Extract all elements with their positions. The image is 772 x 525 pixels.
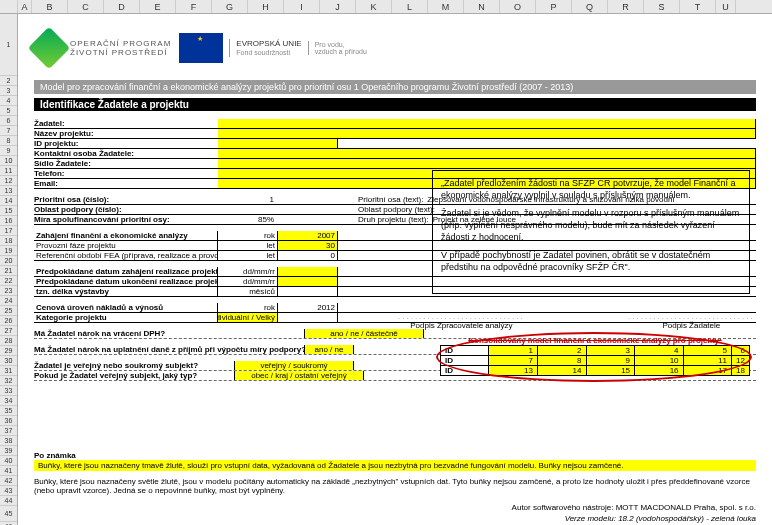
row-24[interactable]: 24 xyxy=(0,296,17,306)
input-narok-dph[interactable]: ano / ne / částečně xyxy=(304,329,424,338)
col-L[interactable]: L xyxy=(392,0,428,13)
row-15[interactable]: 15 xyxy=(0,206,17,216)
row-23[interactable]: 23 xyxy=(0,286,17,296)
col-K[interactable]: K xyxy=(356,0,392,13)
row-41[interactable]: 41 xyxy=(0,466,17,476)
col-N[interactable]: N xyxy=(464,0,500,13)
row-5[interactable]: 5 xyxy=(0,106,17,116)
row-39[interactable]: 39 xyxy=(0,446,17,456)
col-R[interactable]: R xyxy=(608,0,644,13)
input-kontakt[interactable] xyxy=(218,149,756,158)
row-11[interactable]: 11 xyxy=(0,166,17,176)
input-idproj[interactable] xyxy=(218,139,338,148)
value-kategorie[interactable]: Individuální / Velký xyxy=(218,313,278,322)
col-C[interactable]: C xyxy=(68,0,104,13)
row-25[interactable]: 25 xyxy=(0,306,17,316)
cons-r1-c3[interactable]: 2 xyxy=(538,346,587,356)
input-predpoklad-u[interactable] xyxy=(278,277,338,286)
row-9[interactable]: 9 xyxy=(0,146,17,156)
cons-r3-c6[interactable]: 17 xyxy=(683,366,732,376)
col-T[interactable]: T xyxy=(680,0,716,13)
cons-r3-c5[interactable]: 16 xyxy=(635,366,684,376)
row-14[interactable]: 14 xyxy=(0,196,17,206)
row-16[interactable]: 16 xyxy=(0,216,17,226)
row-35[interactable]: 35 xyxy=(0,406,17,416)
value-prioritni[interactable]: 1 xyxy=(218,195,278,204)
input-predpoklad-z[interactable] xyxy=(278,267,338,276)
row-42[interactable]: 42 xyxy=(0,476,17,486)
cons-r2-c2[interactable]: 7 xyxy=(489,356,538,366)
row-8[interactable]: 8 xyxy=(0,136,17,146)
col-F[interactable]: F xyxy=(176,0,212,13)
row-37[interactable]: 37 xyxy=(0,426,17,436)
row-18[interactable]: 18 xyxy=(0,236,17,246)
row-45[interactable]: 45 xyxy=(0,506,17,522)
col-Q[interactable]: Q xyxy=(572,0,608,13)
col-J[interactable]: J xyxy=(320,0,356,13)
row-21[interactable]: 21 xyxy=(0,266,17,276)
row-13[interactable]: 13 xyxy=(0,186,17,196)
row-34[interactable]: 34 xyxy=(0,396,17,406)
row-33[interactable]: 33 xyxy=(0,386,17,396)
col-H[interactable]: H xyxy=(248,0,284,13)
row-43[interactable]: 43 xyxy=(0,486,17,496)
row-17[interactable]: 17 xyxy=(0,226,17,236)
value-rok-zah[interactable]: 2007 xyxy=(278,231,338,240)
col-E[interactable]: E xyxy=(140,0,176,13)
col-G[interactable]: G xyxy=(212,0,248,13)
row-3[interactable]: 3 xyxy=(0,86,17,96)
row-10[interactable]: 10 xyxy=(0,156,17,166)
input-narok-dane[interactable]: ano / ne xyxy=(304,345,354,354)
col-D[interactable]: D xyxy=(104,0,140,13)
row-27[interactable]: 27 xyxy=(0,326,17,336)
cons-r3-c2[interactable]: 13 xyxy=(489,366,538,376)
cons-r1-c7[interactable]: 6 xyxy=(732,346,750,356)
cons-r3-c4[interactable]: 15 xyxy=(586,366,635,376)
cons-r3-c3[interactable]: 14 xyxy=(538,366,587,376)
cons-r1-c6[interactable]: 5 xyxy=(683,346,732,356)
value-provoz[interactable]: 30 xyxy=(278,241,338,250)
row-31[interactable]: 31 xyxy=(0,366,17,376)
cons-r1-c5[interactable]: 4 xyxy=(635,346,684,356)
row-38[interactable]: 38 xyxy=(0,436,17,446)
cons-r2-c7[interactable]: 12 xyxy=(732,356,750,366)
row-44[interactable]: 44 xyxy=(0,496,17,506)
row-2[interactable]: 2 xyxy=(0,76,17,86)
cons-r2-c1[interactable]: ID xyxy=(441,356,489,366)
cons-r3-c1[interactable]: ID xyxy=(441,366,489,376)
row-29[interactable]: 29 xyxy=(0,346,17,356)
cons-r2-c4[interactable]: 9 xyxy=(586,356,635,366)
col-B[interactable]: B xyxy=(32,0,68,13)
row-22[interactable]: 22 xyxy=(0,276,17,286)
col-O[interactable]: O xyxy=(500,0,536,13)
row-30[interactable]: 30 xyxy=(0,356,17,366)
col-I[interactable]: I xyxy=(284,0,320,13)
row-28[interactable]: 28 xyxy=(0,336,17,346)
cons-r3-c7[interactable]: 18 xyxy=(732,366,750,376)
input-verejny[interactable]: veřejný / soukromý xyxy=(234,361,354,370)
cons-r1-c1[interactable]: ID xyxy=(441,346,489,356)
row-1[interactable]: 1 xyxy=(0,14,17,76)
cons-r2-c5[interactable]: 10 xyxy=(635,356,684,366)
input-pokud[interactable]: obec / kraj / ostatní veřejný xyxy=(234,371,364,380)
input-nazev[interactable] xyxy=(218,129,756,138)
cons-r1-c4[interactable]: 3 xyxy=(586,346,635,356)
row-26[interactable]: 26 xyxy=(0,316,17,326)
row-32[interactable]: 32 xyxy=(0,376,17,386)
col-P[interactable]: P xyxy=(536,0,572,13)
input-sidlo[interactable] xyxy=(218,159,756,168)
row-40[interactable]: 40 xyxy=(0,456,17,466)
col-M[interactable]: M xyxy=(428,0,464,13)
row-4[interactable]: 4 xyxy=(0,96,17,106)
cons-r1-c2[interactable]: 1 xyxy=(489,346,538,356)
cons-r2-c6[interactable]: 11 xyxy=(683,356,732,366)
col-S[interactable]: S xyxy=(644,0,680,13)
row-12[interactable]: 12 xyxy=(0,176,17,186)
row-19[interactable]: 19 xyxy=(0,246,17,256)
input-zadatel[interactable] xyxy=(218,119,756,128)
col-A[interactable]: A xyxy=(18,0,32,13)
row-7[interactable]: 7 xyxy=(0,126,17,136)
cons-r2-c3[interactable]: 8 xyxy=(538,356,587,366)
row-20[interactable]: 20 xyxy=(0,256,17,266)
row-36[interactable]: 36 xyxy=(0,416,17,426)
